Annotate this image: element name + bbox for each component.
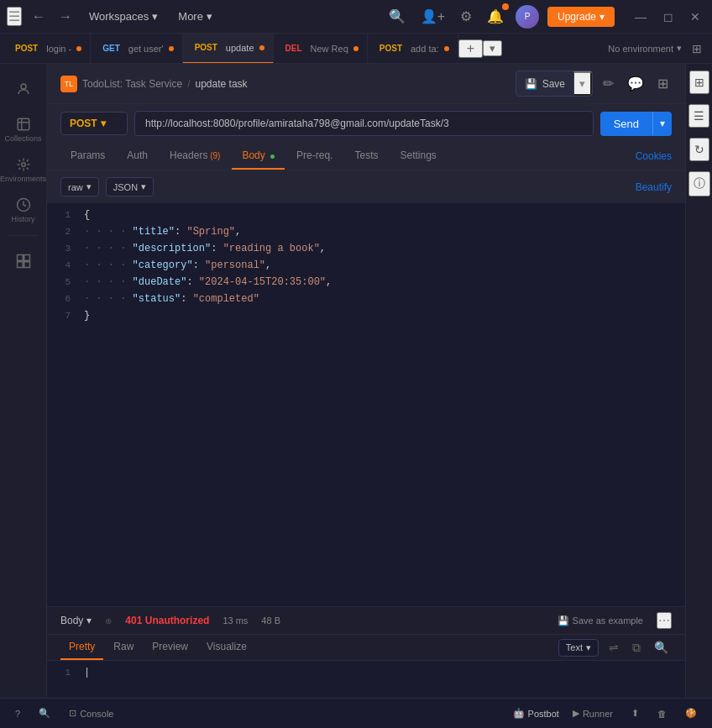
status-search-button[interactable]: 🔍: [34, 705, 55, 721]
notification-dot: [502, 3, 509, 10]
beautify-button[interactable]: Beautify: [636, 181, 672, 193]
minimize-button[interactable]: —: [630, 8, 652, 25]
send-chevron-icon[interactable]: ▾: [652, 112, 672, 135]
edit-icon[interactable]: ✏: [599, 72, 617, 95]
tab-dot: [353, 46, 359, 51]
search-response-button[interactable]: 🔍: [651, 639, 672, 656]
settings-icon[interactable]: ⊞: [654, 72, 672, 95]
right-sidebar-icon-1[interactable]: ⊞: [689, 71, 709, 94]
avatar[interactable]: P: [516, 5, 539, 29]
env-icon[interactable]: ⊞: [688, 39, 705, 59]
tab-get-user[interactable]: GET get user': [91, 34, 182, 64]
tab-add-button[interactable]: +: [458, 39, 483, 58]
menu-icon[interactable]: ☰: [7, 7, 22, 26]
line-content: · · · · "description": "reading a book",: [81, 243, 685, 254]
resp-tab-pretty[interactable]: Pretty: [60, 635, 103, 660]
resp-tab-visualize[interactable]: Visualize: [198, 635, 255, 660]
url-input[interactable]: [134, 111, 594, 136]
send-button[interactable]: Send: [600, 112, 652, 136]
tab-post-update[interactable]: POST update: [183, 34, 274, 64]
trash-button[interactable]: 🗑: [652, 706, 672, 721]
settings-icon[interactable]: ⚙: [457, 5, 475, 28]
save-dropdown-button[interactable]: ▾: [573, 71, 592, 96]
tab-body[interactable]: Body: [232, 143, 285, 170]
json-label: JSON: [113, 182, 138, 192]
more-button[interactable]: More ▾: [171, 7, 219, 26]
tab-post-login[interactable]: POST login -: [3, 34, 91, 64]
save-icon: 💾: [525, 78, 537, 90]
save-button[interactable]: 💾 Save: [516, 74, 573, 94]
line-content: · · · · "category": "personal",: [81, 259, 685, 271]
more-label: More: [178, 10, 203, 23]
code-line-4: 4 · · · · "category": "personal",: [47, 257, 685, 274]
tab-headers[interactable]: Headers (9): [160, 143, 230, 170]
line-number: 7: [47, 311, 81, 321]
runner-button[interactable]: ▶ Runner: [568, 705, 618, 721]
title-bar-right: 🔍 👤+ ⚙ 🔔 P Upgrade ▾ — ◻ ✕: [385, 5, 705, 29]
resp-tab-preview[interactable]: Preview: [144, 635, 196, 660]
tab-auth[interactable]: Auth: [117, 143, 158, 170]
restore-button[interactable]: ◻: [658, 8, 678, 25]
code-line-5: 5 · · · · "dueDate": "2024-04-15T20:35:0…: [47, 274, 685, 291]
workspace-chevron-icon: ▾: [152, 10, 158, 23]
workspace-button[interactable]: Workspaces ▾: [82, 7, 165, 26]
back-arrow[interactable]: ←: [29, 6, 49, 28]
status-bar-right: 🤖 Postbot ▶ Runner ⬆ 🗑 🍪: [513, 705, 702, 721]
text-format-label: Text: [566, 642, 583, 652]
tab-tests[interactable]: Tests: [344, 143, 388, 170]
tab-settings[interactable]: Settings: [390, 143, 446, 170]
copy-button[interactable]: ⧉: [629, 639, 644, 657]
postbot-button[interactable]: 🤖 Postbot: [513, 708, 559, 719]
tab-params[interactable]: Params: [60, 143, 115, 170]
search-icon[interactable]: 🔍: [385, 5, 409, 28]
right-sidebar-icon-4[interactable]: ⓘ: [688, 171, 710, 196]
code-editor[interactable]: 1 { 2 · · · · "title": "Spring", 3 · · ·…: [47, 203, 685, 606]
sidebar-item-profile[interactable]: [5, 71, 42, 107]
tab-dot: [169, 46, 174, 51]
sidebar-item-environments[interactable]: Environments: [5, 151, 42, 188]
sidebar-item-components[interactable]: [5, 243, 42, 280]
json-selector[interactable]: JSON ▾: [106, 177, 154, 196]
response-more-button[interactable]: ⋯: [657, 612, 672, 629]
sidebar-label: Environments: [0, 175, 46, 183]
text-format-selector[interactable]: Text ▾: [558, 639, 599, 657]
sidebar-item-history[interactable]: History: [5, 191, 42, 228]
line-content: {: [81, 209, 685, 221]
save-example-button[interactable]: 💾 Save as example: [558, 615, 643, 626]
sidebar-label: Collections: [4, 134, 41, 143]
tab-method: GET: [99, 43, 123, 54]
raw-selector[interactable]: raw ▾: [60, 177, 99, 196]
tab-method: POST: [191, 42, 221, 53]
method-selector[interactable]: POST ▾: [60, 112, 128, 135]
upgrade-button[interactable]: Upgrade ▾: [547, 7, 615, 27]
line-content: |: [81, 667, 685, 678]
right-sidebar-icon-2[interactable]: ☰: [688, 104, 709, 128]
tab-overflow-button[interactable]: ▾: [483, 40, 502, 56]
tab-prereq[interactable]: Pre-req.: [286, 143, 343, 170]
tab-del-newreq[interactable]: DEL New Req: [274, 34, 368, 64]
sidebar-item-collections[interactable]: Collections: [5, 111, 42, 148]
tabs-bar: POST login - GET get user' POST update D…: [0, 34, 712, 64]
right-sidebar-icon-3[interactable]: ↻: [689, 138, 709, 161]
tab-settings-label: Settings: [400, 149, 436, 161]
body-selector[interactable]: Body ▾: [60, 615, 92, 626]
line-content: }: [81, 310, 685, 322]
forward-arrow[interactable]: →: [55, 6, 76, 28]
wrap-button[interactable]: ⇌: [605, 639, 622, 656]
share-button[interactable]: ⬆: [626, 705, 644, 721]
comment-icon[interactable]: 💬: [624, 72, 647, 95]
cookies-link[interactable]: Cookies: [636, 150, 672, 162]
line-content: · · · · "status": "completed": [81, 293, 685, 305]
text-chevron-icon: ▾: [586, 642, 591, 653]
main-layout: Collections Environments History TL Todo…: [0, 64, 712, 728]
headers-badge: (9): [207, 151, 220, 160]
close-button[interactable]: ✕: [685, 8, 705, 25]
tab-post-addtask[interactable]: POST add ta:: [368, 34, 458, 64]
console-button[interactable]: ⊡ Console: [64, 705, 118, 721]
invite-icon[interactable]: 👤+: [417, 5, 448, 28]
cookie-button[interactable]: 🍪: [680, 705, 702, 721]
resp-tab-raw[interactable]: Raw: [105, 635, 142, 660]
notification-icon[interactable]: 🔔: [484, 5, 507, 28]
line-number: 2: [47, 227, 81, 237]
status-help-button[interactable]: ?: [10, 706, 25, 721]
